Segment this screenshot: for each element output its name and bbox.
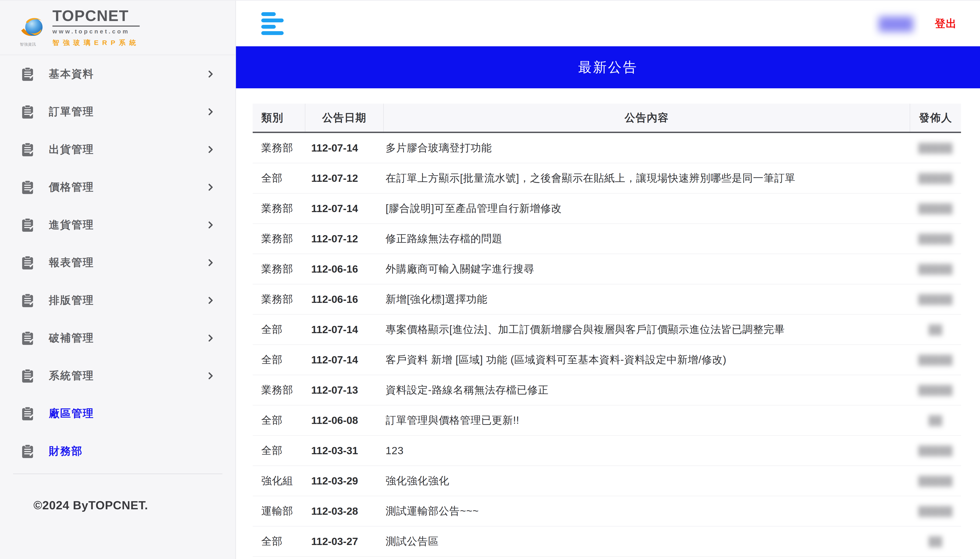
clipboard-icon (22, 105, 33, 119)
announcement-date: 112-07-13 (305, 375, 384, 405)
chevron-right-icon (206, 258, 215, 268)
sidebar: 智強資訊 TOPCNET www.topcnet.com 智強玻璃ERP系統 基… (0, 1, 236, 559)
announcement-content: 修正路線無法存檔的問題 (384, 224, 910, 254)
publisher-blurred: █████ (919, 506, 953, 516)
table-row[interactable]: 業務部112-07-14多片膠合玻璃登打功能█████ (253, 133, 961, 163)
announcement-content: 在訂單上方顯示[批量流水號]，之後會顯示在貼紙上，讓現場快速辨別哪些是同一筆訂單 (384, 163, 910, 193)
sidebar-item-6[interactable]: 報表管理 (0, 244, 235, 281)
username-blurred[interactable]: ████ (872, 4, 920, 43)
announcement-content: 外購廠商可輸入關鍵字進行搜尋 (384, 254, 910, 284)
sidebar-item-2[interactable]: 訂單管理 (0, 93, 235, 131)
chevron-right-icon (206, 69, 215, 79)
sidebar-item-5[interactable]: 進貨管理 (0, 206, 235, 244)
sidebar-item-label: 進貨管理 (49, 218, 94, 232)
sidebar-item-8[interactable]: 破補管理 (0, 319, 235, 357)
announcement-publisher: █████ (910, 224, 961, 254)
column-header: 公告內容 (384, 104, 910, 132)
table-row[interactable]: 業務部112-07-14[膠合說明]可至產品管理自行新增修改█████ (253, 194, 961, 224)
announcement-publisher: ██ (910, 314, 961, 344)
table-row[interactable]: 全部112-07-14客戶資料 新增 [區域] 功能 (區域資料可至基本資料-資… (253, 345, 961, 375)
table-header: 類別公告日期公告內容發佈人 (253, 104, 961, 133)
sidebar-item-3[interactable]: 出貨管理 (0, 131, 235, 168)
announcement-content: 多片膠合玻璃登打功能 (384, 133, 910, 163)
announcement-content: 測試運輸部公告~~~ (384, 496, 910, 526)
announcement-category: 全部 (253, 436, 305, 465)
announcement-publisher: █████ (910, 436, 961, 465)
announcement-date: 112-07-14 (305, 194, 384, 223)
announcement-banner: 最新公告 (236, 46, 980, 88)
menu-bar (261, 12, 276, 16)
publisher-blurred: █████ (919, 173, 953, 184)
announcement-category: 業務部 (253, 254, 305, 284)
table-row[interactable]: 運輸部112-03-28測試運輸部公告~~~█████ (253, 496, 961, 526)
chevron-right-icon (206, 107, 215, 117)
brand-url: www.topcnet.com (52, 28, 140, 35)
table-row[interactable]: 業務部112-07-13資料設定-路線名稱無法存檔已修正█████ (253, 375, 961, 405)
announcement-category: 業務部 (253, 194, 305, 223)
brand-logo[interactable]: 智強資訊 TOPCNET www.topcnet.com 智強玻璃ERP系統 (0, 1, 235, 55)
chevron-right-icon (206, 145, 215, 154)
announcement-date: 112-06-16 (305, 254, 384, 284)
announcement-publisher: █████ (910, 375, 961, 405)
app-root: 智強資訊 TOPCNET www.topcnet.com 智強玻璃ERP系統 基… (0, 0, 980, 559)
table-row[interactable]: 全部112-03-31123█████ (253, 436, 961, 466)
menu-bar (261, 18, 284, 22)
sidebar-item-label: 出貨管理 (49, 142, 94, 157)
announcement-publisher: ██ (910, 526, 961, 556)
column-header: 公告日期 (305, 104, 384, 132)
clipboard-icon (22, 142, 33, 157)
brand-name: TOPCNET (52, 8, 140, 26)
clipboard-icon (22, 369, 33, 383)
announcement-date: 112-03-28 (305, 496, 384, 526)
brand-sub-label: 智強資訊 (20, 42, 36, 47)
table-row[interactable]: 全部112-07-12在訂單上方顯示[批量流水號]，之後會顯示在貼紙上，讓現場快… (253, 163, 961, 194)
announcement-publisher: █████ (910, 254, 961, 284)
publisher-blurred: █████ (919, 264, 953, 274)
menu-bar (261, 31, 284, 35)
table-row[interactable]: 全部112-06-08訂單管理與價格管理已更新!!██ (253, 405, 961, 436)
menu-toggle-icon[interactable] (261, 12, 284, 35)
announcement-category: 業務部 (253, 375, 305, 405)
table-row[interactable]: 全部112-03-27測試公告區██ (253, 526, 961, 557)
announcement-publisher: █████ (910, 284, 961, 314)
announcement-table: 類別公告日期公告內容發佈人 業務部112-07-14多片膠合玻璃登打功能████… (253, 104, 961, 557)
announcement-content: [膠合說明]可至產品管理自行新增修改 (384, 194, 910, 223)
table-row[interactable]: 業務部112-06-16新增[強化標]選擇功能█████ (253, 284, 961, 314)
announcement-publisher: █████ (910, 133, 961, 163)
publisher-blurred: █████ (919, 446, 953, 456)
publisher-blurred: ██ (929, 324, 942, 335)
sidebar-item-label: 財務部 (49, 444, 83, 458)
sidebar-item-label: 排版管理 (49, 293, 94, 308)
table-row[interactable]: 強化組112-03-29強化強化強化█████ (253, 466, 961, 496)
globe-logo-icon: 智強資訊 (20, 15, 46, 41)
main-area: ████ 登出 最新公告 類別公告日期公告內容發佈人 業務部112-07-14多… (236, 1, 980, 559)
brand-text: TOPCNET www.topcnet.com 智強玻璃ERP系統 (52, 8, 140, 48)
announcement-date: 112-06-08 (305, 405, 384, 435)
column-header: 發佈人 (910, 104, 961, 132)
page-title: 最新公告 (578, 58, 638, 76)
announcement-category: 全部 (253, 405, 305, 435)
announcement-publisher: ██ (910, 405, 961, 435)
sidebar-item-10[interactable]: 廠區管理 (0, 395, 235, 432)
sidebar-item-9[interactable]: 系統管理 (0, 357, 235, 395)
publisher-blurred: █████ (919, 385, 953, 395)
logout-button[interactable]: 登出 (935, 17, 957, 31)
chevron-right-icon (206, 333, 215, 343)
sidebar-item-label: 破補管理 (49, 331, 94, 345)
announcement-publisher: █████ (910, 496, 961, 526)
table-row[interactable]: 業務部112-06-16外購廠商可輸入關鍵字進行搜尋█████ (253, 254, 961, 284)
sidebar-item-1[interactable]: 基本資料 (0, 55, 235, 93)
sidebar-item-7[interactable]: 排版管理 (0, 281, 235, 319)
publisher-blurred: █████ (919, 294, 953, 304)
table-row[interactable]: 業務部112-07-12修正路線無法存檔的問題█████ (253, 224, 961, 254)
table-row[interactable]: 全部112-07-14專案價格顯示[進位法]、加工訂價新增膠合與複層與客戶訂價顯… (253, 314, 961, 345)
announcement-date: 112-03-27 (305, 526, 384, 556)
sidebar-item-11[interactable]: 財務部 (0, 432, 235, 470)
announcement-category: 業務部 (253, 284, 305, 314)
sidebar-item-label: 訂單管理 (49, 104, 94, 119)
announcement-publisher: █████ (910, 345, 961, 375)
announcement-content: 訂單管理與價格管理已更新!! (384, 405, 910, 435)
announcement-content: 客戶資料 新增 [區域] 功能 (區域資料可至基本資料-資料設定中新增/修改) (384, 345, 910, 375)
publisher-blurred: █████ (919, 203, 953, 214)
sidebar-item-4[interactable]: 價格管理 (0, 168, 235, 206)
